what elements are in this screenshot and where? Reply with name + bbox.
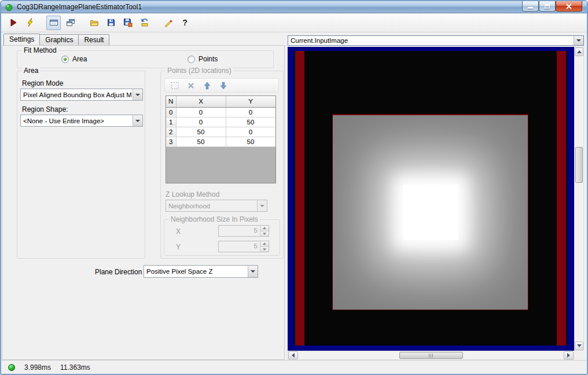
- select-region-button[interactable]: [170, 80, 180, 91]
- image-source-dropdown-button[interactable]: [574, 36, 583, 45]
- area-radio[interactable]: [61, 56, 69, 63]
- grid-row[interactable]: 2 50 0: [166, 127, 275, 137]
- grid-cell[interactable]: 0: [226, 127, 275, 137]
- scroll-left-button[interactable]: [288, 351, 298, 359]
- z-lookup-combo: Neighborhood: [166, 200, 267, 212]
- region-mode-label: Region Mode: [22, 79, 63, 87]
- tab-graphics[interactable]: Graphics: [39, 34, 79, 45]
- run-button[interactable]: [6, 16, 20, 30]
- scroll-right-button[interactable]: [564, 351, 574, 359]
- tab-result[interactable]: Result: [78, 34, 109, 45]
- move-point-down-button[interactable]: [218, 80, 229, 91]
- settings-page: Fit Method Area Points Area Region Mode …: [2, 45, 285, 360]
- open-folder-icon: [90, 18, 99, 27]
- vertical-scrollbar[interactable]: [574, 47, 584, 351]
- total-time: 11.363ms: [60, 363, 90, 372]
- scroll-up-button[interactable]: [575, 47, 583, 56]
- image-white-peak: [403, 185, 458, 240]
- grid-cell[interactable]: 50: [176, 137, 226, 146]
- image-display-button[interactable]: [46, 16, 61, 30]
- grid-header-n[interactable]: N: [166, 96, 176, 107]
- grid-cell[interactable]: 0: [176, 107, 226, 117]
- grid-cell[interactable]: 50: [226, 117, 275, 127]
- region-shape-combo[interactable]: <None - Use Entire Image>: [20, 115, 143, 127]
- spin-up-icon: [263, 242, 266, 245]
- region-mode-combo[interactable]: Pixel Aligned Bounding Box Adjust Mask: [20, 89, 143, 101]
- maximize-button[interactable]: [539, 1, 556, 12]
- app-icon: [5, 3, 13, 12]
- title-bar[interactable]: Cog3DRangeImagePlaneEstimatorTool1: [1, 1, 587, 13]
- fit-method-points-option[interactable]: Points: [188, 55, 218, 63]
- grid-cell[interactable]: 0: [226, 107, 275, 117]
- cascade-windows-icon: [66, 18, 75, 27]
- chevron-down-icon: [135, 120, 140, 122]
- calibration-button[interactable]: [161, 16, 175, 30]
- horizontal-scrollbar[interactable]: [288, 351, 574, 360]
- electric-run-button[interactable]: [23, 16, 37, 30]
- fit-method-group-label: Fit Method: [22, 46, 58, 54]
- run-icon: [9, 18, 18, 27]
- grid-cell[interactable]: 0: [176, 117, 226, 127]
- help-button[interactable]: ?: [178, 16, 192, 30]
- delete-point-button[interactable]: [186, 80, 196, 91]
- move-point-up-button[interactable]: [202, 80, 212, 91]
- grid-cell[interactable]: 1: [166, 117, 176, 127]
- save-image-icon: [123, 18, 133, 27]
- tab-settings[interactable]: Settings: [3, 34, 40, 45]
- points-grid[interactable]: N X Y 0 0 0 1 0: [166, 95, 276, 183]
- scroll-down-button[interactable]: [575, 341, 583, 350]
- save-icon: [106, 18, 116, 27]
- neighborhood-size-label: Neighborhood Size In Pixels: [169, 215, 260, 223]
- minimize-button[interactable]: [522, 1, 539, 12]
- points-radio[interactable]: [188, 56, 195, 63]
- plane-direction-label: Plane Direction: [95, 268, 142, 276]
- close-button[interactable]: [556, 1, 582, 12]
- open-button[interactable]: [87, 16, 101, 30]
- arrow-right-icon: [567, 353, 570, 358]
- horizontal-scroll-thumb[interactable]: [399, 352, 463, 359]
- fit-method-area-option[interactable]: Area: [61, 55, 87, 63]
- grid-row[interactable]: 0 0 0: [166, 107, 275, 117]
- grid-header-x[interactable]: X: [176, 96, 226, 107]
- z-lookup-value: Neighborhood: [168, 203, 256, 209]
- points-radio-label: Points: [199, 55, 218, 63]
- grid-row[interactable]: 3 50 50: [166, 137, 275, 146]
- grid-cell[interactable]: 50: [176, 127, 226, 137]
- execution-time: 3.998ms: [24, 363, 51, 372]
- lightning-icon: [25, 18, 35, 27]
- grid-cell[interactable]: 0: [166, 107, 176, 117]
- area-radio-label: Area: [72, 55, 87, 63]
- z-lookup-label: Z Lookup Method: [166, 190, 219, 198]
- range-image-display[interactable]: [288, 47, 574, 351]
- arrow-up-icon: [577, 50, 582, 53]
- image-source-combo[interactable]: Current.InputImage: [288, 35, 584, 46]
- grid-cell[interactable]: 3: [166, 137, 176, 146]
- grid-cell[interactable]: 2: [166, 127, 176, 137]
- save-image-button[interactable]: [120, 16, 135, 30]
- neighborhood-x-value: 5: [219, 226, 260, 236]
- region-shape-label: Region Shape:: [22, 105, 68, 113]
- neighborhood-y-value: 5: [219, 241, 260, 252]
- region-shape-dropdown-button[interactable]: [133, 115, 142, 126]
- plane-direction-combo[interactable]: Positive Pixel Space Z: [144, 265, 258, 278]
- status-led-icon: [8, 364, 15, 371]
- arrow-up-icon: [203, 81, 212, 90]
- grid-cell[interactable]: 50: [226, 137, 275, 146]
- area-group: Area Region Mode Pixel Aligned Bounding …: [17, 71, 145, 259]
- region-mode-dropdown-button[interactable]: [133, 89, 142, 100]
- grid-header-y[interactable]: Y: [226, 96, 275, 107]
- chevron-down-icon: [135, 94, 140, 96]
- points-group-label: Points (2D locations): [166, 67, 233, 75]
- spin-down-icon: [263, 233, 266, 235]
- grid-row[interactable]: 1 0 50: [166, 117, 275, 127]
- reset-tool-button[interactable]: [137, 16, 152, 30]
- plane-direction-dropdown-button[interactable]: [248, 266, 258, 277]
- image-red-stripe-left: [295, 51, 304, 345]
- window-title: Cog3DRangeImagePlaneEstimatorTool1: [17, 3, 142, 11]
- save-button[interactable]: [104, 16, 118, 30]
- marquee-icon: [170, 81, 179, 90]
- range-image: [294, 51, 567, 345]
- vertical-scroll-thumb[interactable]: [575, 147, 583, 183]
- points-toolbar: [164, 78, 279, 93]
- float-window-button[interactable]: [63, 16, 78, 30]
